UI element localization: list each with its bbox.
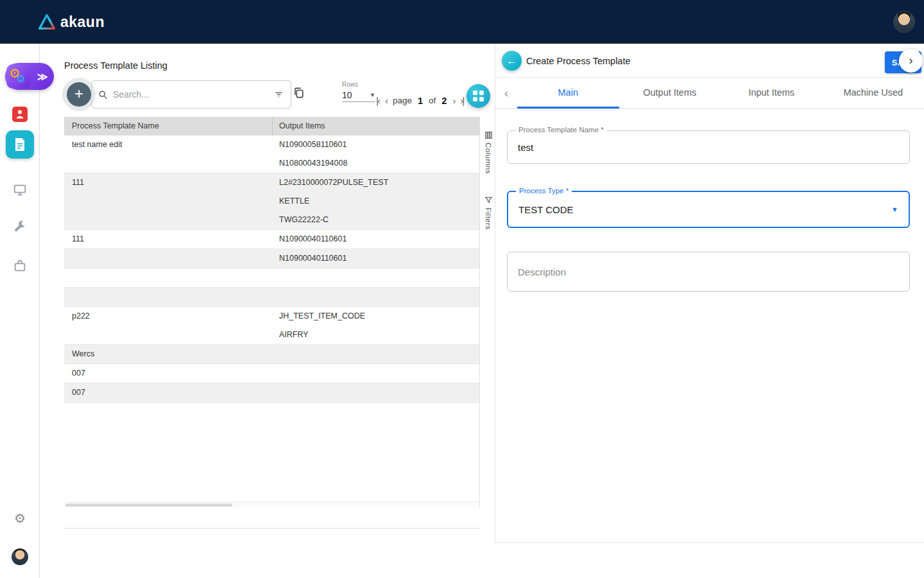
page-label: page — [393, 96, 412, 105]
wrench-icon[interactable] — [12, 219, 28, 236]
chevron-down-icon: ▼ — [370, 92, 375, 98]
horizontal-scrollbar[interactable] — [64, 502, 480, 507]
cell-template-name — [64, 268, 273, 287]
table-row[interactable] — [64, 288, 479, 307]
rows-label: Rows — [342, 81, 375, 88]
cell-output-items: JH_TEST_ITEM_CODEAIRFRY — [273, 307, 479, 344]
user-avatar[interactable] — [893, 11, 915, 33]
last-page-icon[interactable]: ›| — [460, 95, 463, 106]
create-template-panel: ← Create Process Template SAVE ‹ MainOut… — [495, 44, 924, 543]
rows-value: 10 — [342, 90, 352, 100]
brand-triangle-icon — [38, 14, 55, 30]
detail-tabs: MainOutput ItemsInput ItemsMachine Used — [517, 78, 924, 109]
pagination: |‹ ‹ page 1 of 2 › ›| — [376, 95, 463, 106]
column-header-name[interactable]: Process Template Name — [64, 117, 273, 136]
cell-template-name: 007 — [64, 364, 273, 383]
columns-icon — [484, 131, 493, 139]
current-page: 1 — [418, 96, 423, 106]
detail-tabbar: ‹ MainOutput ItemsInput ItemsMachine Use… — [495, 77, 924, 109]
cell-template-name: 007 — [64, 383, 273, 402]
gear-icon: ⚙ — [16, 73, 25, 85]
search-icon — [98, 90, 108, 100]
cell-template-name: p222 — [64, 307, 273, 344]
tab-machine-used[interactable]: Machine Used — [823, 78, 924, 109]
process-type-select[interactable] — [508, 192, 909, 227]
table-row[interactable]: Wercs — [64, 345, 479, 364]
page-title: Process Template Listing — [64, 60, 167, 71]
listing-panel: Process Template Listing + Rows 10 ▼ |‹ … — [40, 44, 495, 578]
prev-page-icon[interactable]: ‹ — [385, 95, 387, 106]
table-row[interactable]: p222JH_TEST_ITEM_CODEAIRFRY — [64, 307, 479, 345]
process-type-field[interactable]: Process Type * ▼ — [507, 191, 910, 228]
total-pages: 2 — [441, 96, 447, 106]
cell-output-items: N10900058110601N10800043194008 — [273, 136, 479, 173]
filter-funnel-icon — [484, 196, 493, 204]
cell-output-items — [273, 383, 479, 402]
description-field[interactable] — [507, 252, 910, 292]
cell-template-name: Wercs — [64, 345, 273, 363]
cell-template-name: 111 — [64, 173, 273, 229]
first-page-icon[interactable]: |‹ — [376, 95, 379, 106]
process-type-label: Process Type * — [516, 187, 572, 195]
grid-view-button[interactable] — [466, 84, 490, 108]
table-row[interactable]: 111N10900040110601 — [64, 230, 479, 249]
chevron-down-icon: ▼ — [891, 206, 898, 213]
copy-icon[interactable] — [293, 86, 305, 100]
cell-template-name — [64, 288, 273, 306]
settings-gears-icon[interactable]: ⚙ ⚙ — [6, 64, 31, 89]
cell-output-items — [273, 268, 479, 287]
table-row[interactable]: N10900040110601 — [64, 249, 479, 268]
tabs-scroll-right-icon[interactable]: › — [899, 49, 923, 73]
brand-logo[interactable]: akaun — [38, 13, 105, 31]
table-row[interactable]: test name editN10900058110601N1080004319… — [64, 136, 479, 173]
active-module-pill[interactable]: ⚙ ⚙ ≫ — [5, 63, 54, 90]
table-row[interactable] — [64, 268, 479, 288]
table-side-tabs: Columns Filters — [481, 117, 496, 507]
detail-title: Create Process Template — [526, 56, 631, 66]
process-template-name-label: Process Template Name * — [515, 126, 607, 134]
column-header-output[interactable]: Output Items — [273, 117, 479, 136]
tab-input-items[interactable]: Input Items — [721, 78, 823, 109]
filters-tab-label: Filters — [484, 207, 492, 230]
back-button[interactable]: ← — [502, 51, 522, 71]
search-box[interactable] — [91, 80, 291, 109]
add-button[interactable]: + — [67, 82, 91, 107]
listing-bottom-divider — [64, 528, 480, 529]
sidebar: ⚙ ⚙ ≫ — [0, 44, 40, 578]
table-row[interactable]: 111L2#2310000072PULSE_TESTKETTLETWG22222… — [64, 173, 479, 230]
cell-output-items — [273, 345, 479, 363]
cell-output-items — [273, 288, 479, 306]
search-input[interactable] — [113, 89, 268, 100]
rows-per-page-select[interactable]: Rows 10 ▼ — [342, 81, 375, 102]
table-row[interactable]: 007 — [64, 364, 479, 383]
next-page-icon[interactable]: › — [452, 95, 454, 106]
top-navbar: akaun — [0, 0, 924, 44]
tabs-scroll-left-icon[interactable]: ‹ — [495, 78, 517, 109]
table-row[interactable]: 007 — [64, 383, 479, 403]
process-template-name-input[interactable] — [508, 131, 909, 163]
cell-output-items: L2#2310000072PULSE_TESTKETTLETWG22222-C — [273, 173, 479, 229]
red-app-icon[interactable] — [12, 106, 28, 123]
display-icon[interactable] — [12, 182, 28, 198]
process-template-name-field[interactable]: Process Template Name * — [507, 130, 910, 164]
description-input[interactable] — [508, 252, 909, 291]
bag-icon[interactable] — [12, 258, 28, 274]
brand-name: akaun — [60, 13, 105, 31]
table-header: Process Template Name Output Items — [64, 117, 479, 136]
process-template-table: Process Template Name Output Items test … — [64, 117, 480, 507]
columns-tab[interactable]: Columns — [481, 131, 496, 174]
of-label: of — [429, 96, 436, 105]
sidebar-avatar[interactable] — [12, 548, 28, 565]
cell-output-items: N10900040110601 — [273, 230, 479, 249]
cell-output-items — [273, 364, 479, 383]
tab-output-items[interactable]: Output Items — [619, 78, 721, 109]
filters-tab[interactable]: Filters — [481, 196, 496, 230]
columns-tab-label: Columns — [484, 143, 492, 174]
documents-icon[interactable] — [6, 130, 34, 159]
filter-list-icon[interactable] — [273, 90, 284, 100]
cell-template-name: 111 — [64, 230, 273, 249]
menu-expand-icon[interactable]: ≫ — [32, 66, 53, 87]
cell-template-name — [64, 249, 273, 268]
tab-main[interactable]: Main — [517, 78, 619, 109]
settings-gear-icon[interactable]: ⚙ — [12, 510, 28, 527]
